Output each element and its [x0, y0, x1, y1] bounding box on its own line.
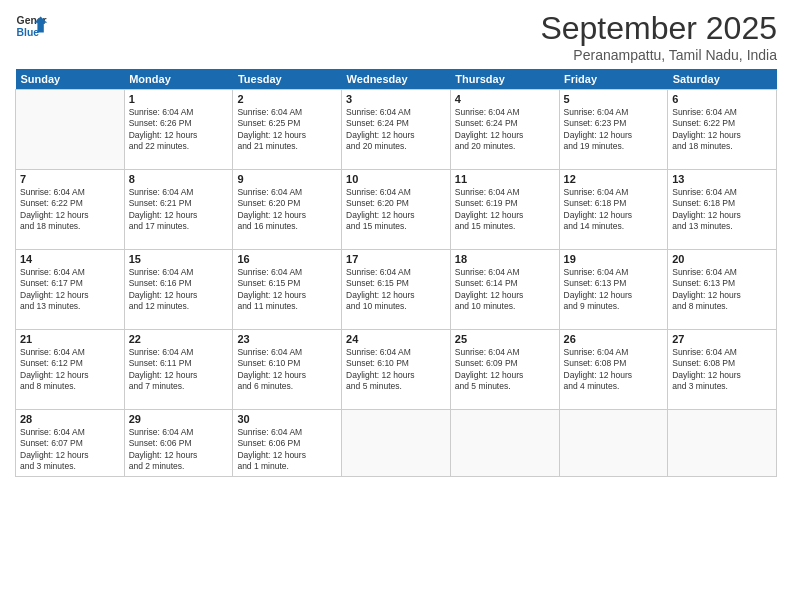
day-info: Sunrise: 6:04 AMSunset: 6:22 PMDaylight:…: [672, 107, 772, 153]
day-number: 7: [20, 173, 120, 185]
day-info: Sunrise: 6:04 AMSunset: 6:11 PMDaylight:…: [129, 347, 229, 393]
col-wednesday: Wednesday: [342, 69, 451, 90]
table-row: 5 Sunrise: 6:04 AMSunset: 6:23 PMDayligh…: [559, 90, 668, 170]
day-info: Sunrise: 6:04 AMSunset: 6:07 PMDaylight:…: [20, 427, 120, 473]
day-info: Sunrise: 6:04 AMSunset: 6:14 PMDaylight:…: [455, 267, 555, 313]
table-row: 29 Sunrise: 6:04 AMSunset: 6:06 PMDaylig…: [124, 410, 233, 477]
col-monday: Monday: [124, 69, 233, 90]
day-number: 10: [346, 173, 446, 185]
day-info: Sunrise: 6:04 AMSunset: 6:13 PMDaylight:…: [564, 267, 664, 313]
table-row: [450, 410, 559, 477]
table-row: 3 Sunrise: 6:04 AMSunset: 6:24 PMDayligh…: [342, 90, 451, 170]
col-saturday: Saturday: [668, 69, 777, 90]
day-info: Sunrise: 6:04 AMSunset: 6:20 PMDaylight:…: [237, 187, 337, 233]
day-info: Sunrise: 6:04 AMSunset: 6:13 PMDaylight:…: [672, 267, 772, 313]
table-row: 10 Sunrise: 6:04 AMSunset: 6:20 PMDaylig…: [342, 170, 451, 250]
day-number: 30: [237, 413, 337, 425]
table-row: 13 Sunrise: 6:04 AMSunset: 6:18 PMDaylig…: [668, 170, 777, 250]
day-number: 2: [237, 93, 337, 105]
page: General Blue September 2025 Peranampattu…: [0, 0, 792, 612]
table-row: 27 Sunrise: 6:04 AMSunset: 6:08 PMDaylig…: [668, 330, 777, 410]
day-info: Sunrise: 6:04 AMSunset: 6:06 PMDaylight:…: [237, 427, 337, 473]
day-info: Sunrise: 6:04 AMSunset: 6:15 PMDaylight:…: [346, 267, 446, 313]
table-row: 21 Sunrise: 6:04 AMSunset: 6:12 PMDaylig…: [16, 330, 125, 410]
day-info: Sunrise: 6:04 AMSunset: 6:24 PMDaylight:…: [455, 107, 555, 153]
day-info: Sunrise: 6:04 AMSunset: 6:24 PMDaylight:…: [346, 107, 446, 153]
day-info: Sunrise: 6:04 AMSunset: 6:23 PMDaylight:…: [564, 107, 664, 153]
day-number: 26: [564, 333, 664, 345]
table-row: [16, 90, 125, 170]
calendar-table: Sunday Monday Tuesday Wednesday Thursday…: [15, 69, 777, 477]
day-number: 11: [455, 173, 555, 185]
table-row: 18 Sunrise: 6:04 AMSunset: 6:14 PMDaylig…: [450, 250, 559, 330]
day-info: Sunrise: 6:04 AMSunset: 6:15 PMDaylight:…: [237, 267, 337, 313]
table-row: 19 Sunrise: 6:04 AMSunset: 6:13 PMDaylig…: [559, 250, 668, 330]
day-number: 20: [672, 253, 772, 265]
table-row: 8 Sunrise: 6:04 AMSunset: 6:21 PMDayligh…: [124, 170, 233, 250]
svg-text:Blue: Blue: [17, 27, 40, 38]
day-info: Sunrise: 6:04 AMSunset: 6:22 PMDaylight:…: [20, 187, 120, 233]
table-row: 9 Sunrise: 6:04 AMSunset: 6:20 PMDayligh…: [233, 170, 342, 250]
col-friday: Friday: [559, 69, 668, 90]
month-title: September 2025: [540, 10, 777, 47]
day-info: Sunrise: 6:04 AMSunset: 6:19 PMDaylight:…: [455, 187, 555, 233]
day-info: Sunrise: 6:04 AMSunset: 6:18 PMDaylight:…: [564, 187, 664, 233]
day-number: 25: [455, 333, 555, 345]
day-number: 17: [346, 253, 446, 265]
day-number: 1: [129, 93, 229, 105]
day-info: Sunrise: 6:04 AMSunset: 6:06 PMDaylight:…: [129, 427, 229, 473]
day-number: 6: [672, 93, 772, 105]
day-info: Sunrise: 6:04 AMSunset: 6:20 PMDaylight:…: [346, 187, 446, 233]
table-row: 4 Sunrise: 6:04 AMSunset: 6:24 PMDayligh…: [450, 90, 559, 170]
header: General Blue September 2025 Peranampattu…: [15, 10, 777, 63]
day-number: 18: [455, 253, 555, 265]
day-number: 27: [672, 333, 772, 345]
day-info: Sunrise: 6:04 AMSunset: 6:09 PMDaylight:…: [455, 347, 555, 393]
day-number: 5: [564, 93, 664, 105]
day-info: Sunrise: 6:04 AMSunset: 6:08 PMDaylight:…: [564, 347, 664, 393]
day-number: 13: [672, 173, 772, 185]
table-row: 28 Sunrise: 6:04 AMSunset: 6:07 PMDaylig…: [16, 410, 125, 477]
day-info: Sunrise: 6:04 AMSunset: 6:10 PMDaylight:…: [237, 347, 337, 393]
subtitle: Peranampattu, Tamil Nadu, India: [540, 47, 777, 63]
col-thursday: Thursday: [450, 69, 559, 90]
table-row: 7 Sunrise: 6:04 AMSunset: 6:22 PMDayligh…: [16, 170, 125, 250]
table-row: [342, 410, 451, 477]
day-number: 24: [346, 333, 446, 345]
day-number: 3: [346, 93, 446, 105]
day-number: 14: [20, 253, 120, 265]
table-row: [668, 410, 777, 477]
day-number: 21: [20, 333, 120, 345]
day-number: 22: [129, 333, 229, 345]
day-info: Sunrise: 6:04 AMSunset: 6:26 PMDaylight:…: [129, 107, 229, 153]
table-row: 2 Sunrise: 6:04 AMSunset: 6:25 PMDayligh…: [233, 90, 342, 170]
day-number: 23: [237, 333, 337, 345]
table-row: 24 Sunrise: 6:04 AMSunset: 6:10 PMDaylig…: [342, 330, 451, 410]
day-number: 16: [237, 253, 337, 265]
table-row: 25 Sunrise: 6:04 AMSunset: 6:09 PMDaylig…: [450, 330, 559, 410]
table-row: 16 Sunrise: 6:04 AMSunset: 6:15 PMDaylig…: [233, 250, 342, 330]
day-number: 4: [455, 93, 555, 105]
day-info: Sunrise: 6:04 AMSunset: 6:21 PMDaylight:…: [129, 187, 229, 233]
title-block: September 2025 Peranampattu, Tamil Nadu,…: [540, 10, 777, 63]
table-row: 26 Sunrise: 6:04 AMSunset: 6:08 PMDaylig…: [559, 330, 668, 410]
day-info: Sunrise: 6:04 AMSunset: 6:16 PMDaylight:…: [129, 267, 229, 313]
table-row: [559, 410, 668, 477]
table-row: 15 Sunrise: 6:04 AMSunset: 6:16 PMDaylig…: [124, 250, 233, 330]
day-info: Sunrise: 6:04 AMSunset: 6:10 PMDaylight:…: [346, 347, 446, 393]
table-row: 1 Sunrise: 6:04 AMSunset: 6:26 PMDayligh…: [124, 90, 233, 170]
day-info: Sunrise: 6:04 AMSunset: 6:17 PMDaylight:…: [20, 267, 120, 313]
table-row: 22 Sunrise: 6:04 AMSunset: 6:11 PMDaylig…: [124, 330, 233, 410]
table-row: 30 Sunrise: 6:04 AMSunset: 6:06 PMDaylig…: [233, 410, 342, 477]
day-number: 8: [129, 173, 229, 185]
day-number: 12: [564, 173, 664, 185]
day-number: 15: [129, 253, 229, 265]
table-row: 14 Sunrise: 6:04 AMSunset: 6:17 PMDaylig…: [16, 250, 125, 330]
calendar-header-row: Sunday Monday Tuesday Wednesday Thursday…: [16, 69, 777, 90]
day-number: 29: [129, 413, 229, 425]
day-info: Sunrise: 6:04 AMSunset: 6:18 PMDaylight:…: [672, 187, 772, 233]
logo: General Blue: [15, 10, 47, 42]
col-tuesday: Tuesday: [233, 69, 342, 90]
table-row: 23 Sunrise: 6:04 AMSunset: 6:10 PMDaylig…: [233, 330, 342, 410]
table-row: 12 Sunrise: 6:04 AMSunset: 6:18 PMDaylig…: [559, 170, 668, 250]
